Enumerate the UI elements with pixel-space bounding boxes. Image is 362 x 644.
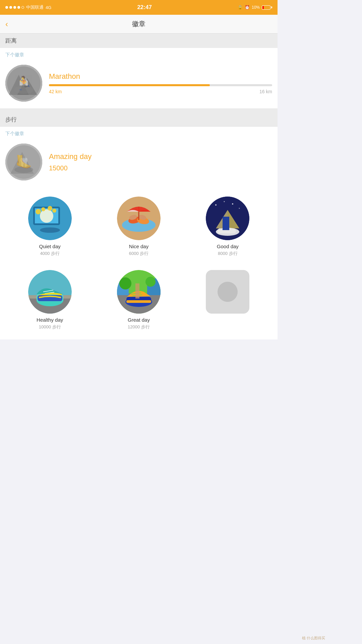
walking-next-badge-steps: 15000 (49, 164, 272, 172)
svg-text:🏔: 🏔 (19, 77, 28, 88)
badge-item-quiet: Quiet day 4000 步行 (5, 193, 94, 263)
healthy-day-label: Healthy day (37, 317, 63, 323)
distance-progress-left: 42 km (49, 89, 62, 94)
dot3 (13, 6, 16, 9)
svg-point-5 (14, 86, 34, 94)
dot5 (21, 6, 24, 9)
svg-text:🦷: 🦷 (18, 157, 29, 168)
battery-body (262, 5, 270, 10)
status-right: 10% (238, 5, 272, 10)
amazing-svg: 🦷 (5, 144, 42, 180)
healthy-day-svg (28, 270, 72, 314)
good-day-sub: 8000 步行 (218, 251, 238, 257)
distance-card: 下个徽章 🏔 Marathon (0, 48, 278, 108)
good-day-svg (206, 197, 249, 240)
great-day-circle[interactable] (117, 270, 161, 314)
distance-progress-labels: 42 km 16 km (49, 89, 272, 94)
walking-next-badge-info: Amazing day 15000 (49, 152, 272, 172)
dot2 (9, 6, 12, 9)
svg-point-33 (239, 208, 240, 209)
badge-grid: Quiet day 4000 步行 Nice day 6 (0, 187, 278, 266)
great-day-svg (117, 270, 161, 314)
nice-day-sub: 6000 步行 (129, 251, 149, 257)
svg-point-31 (224, 201, 225, 202)
distance-badge-info: Marathon 42 km 16 km (49, 72, 272, 94)
svg-rect-56 (126, 300, 151, 303)
svg-point-18 (48, 206, 52, 211)
great-day-label: Great day (128, 317, 150, 323)
dot4 (17, 6, 20, 9)
distance-section-header: 距离 (0, 34, 278, 48)
battery-fill (262, 6, 264, 9)
distance-progress-bar (49, 84, 272, 86)
battery-label: 10% (252, 5, 260, 10)
distance-progress-fill (49, 84, 210, 86)
walking-badge-row: 🦷 Amazing day 15000 (0, 138, 278, 187)
section-separator-1 (0, 108, 278, 112)
amazing-badge-circle: 🦷 (5, 144, 42, 180)
distance-next-badge-label: 下个徽章 (0, 48, 278, 59)
healthy-day-sub: 10000 步行 (39, 324, 61, 330)
svg-point-20 (40, 227, 60, 233)
walking-next-badge-name: Amazing day (49, 152, 272, 161)
back-button[interactable]: ‹ (5, 19, 8, 29)
lock-icon (238, 5, 243, 10)
svg-point-15 (40, 209, 53, 223)
distance-progress-right: 16 km (259, 89, 272, 94)
svg-point-19 (52, 209, 56, 213)
marathon-svg: 🏔 (5, 65, 42, 102)
battery-indicator (262, 5, 272, 10)
walking-next-badge-label: 下个徽章 (0, 127, 278, 138)
svg-point-52 (119, 277, 131, 289)
quiet-day-svg (28, 197, 72, 240)
status-bar: 中国联通 4G 22:47 10% (0, 0, 278, 15)
carrier-label: 中国联通 (26, 4, 44, 10)
nice-day-label: Nice day (129, 244, 148, 249)
nice-day-circle[interactable] (117, 197, 161, 240)
badge-item-nice: Nice day 6000 步行 (94, 193, 183, 263)
good-day-label: Good day (217, 244, 239, 249)
floating-button-inner (218, 282, 238, 302)
badge-item-good: Good day 8000 步行 (183, 193, 272, 263)
signal-dots (5, 6, 24, 9)
svg-point-10 (14, 166, 33, 173)
distance-badge-row: 🏔 Marathon 42 km 16 km (0, 59, 278, 108)
distance-badge-name: Marathon (49, 72, 272, 81)
status-left: 中国联通 4G (5, 4, 51, 10)
svg-point-53 (145, 277, 156, 287)
good-day-circle[interactable] (206, 197, 249, 240)
svg-rect-59 (135, 283, 139, 299)
svg-point-30 (215, 204, 217, 206)
quiet-day-circle[interactable] (28, 197, 72, 240)
healthy-day-circle[interactable] (28, 270, 72, 314)
nice-day-svg (117, 197, 161, 240)
quiet-day-sub: 4000 步行 (40, 251, 60, 257)
svg-point-32 (232, 203, 233, 205)
quiet-day-label: Quiet day (39, 244, 61, 249)
dot1 (5, 6, 8, 9)
alarm-icon (245, 5, 250, 10)
badge-item-empty (183, 266, 272, 337)
battery-tip (271, 6, 272, 8)
nav-bar: ‹ 徽章 (0, 15, 278, 34)
status-time: 22:47 (137, 4, 152, 11)
marathon-badge-circle: 🏔 (5, 65, 42, 102)
badge-item-great: Great day 12000 步行 (94, 266, 183, 337)
svg-point-17 (41, 207, 45, 211)
network-label: 4G (46, 5, 51, 10)
page-title: 徽章 (132, 19, 145, 29)
badge-grid-row2: Healthy day 10000 步行 (0, 266, 278, 339)
svg-rect-38 (223, 217, 229, 230)
floating-button-badge[interactable] (206, 270, 249, 314)
svg-point-16 (36, 209, 41, 214)
great-day-sub: 12000 步行 (128, 324, 150, 330)
walking-next-badge-card: 下个徽章 🦷 Amazing day 15000 (0, 127, 278, 187)
badge-item-healthy: Healthy day 10000 步行 (5, 266, 94, 337)
walking-section-header: 步行 (0, 112, 278, 127)
